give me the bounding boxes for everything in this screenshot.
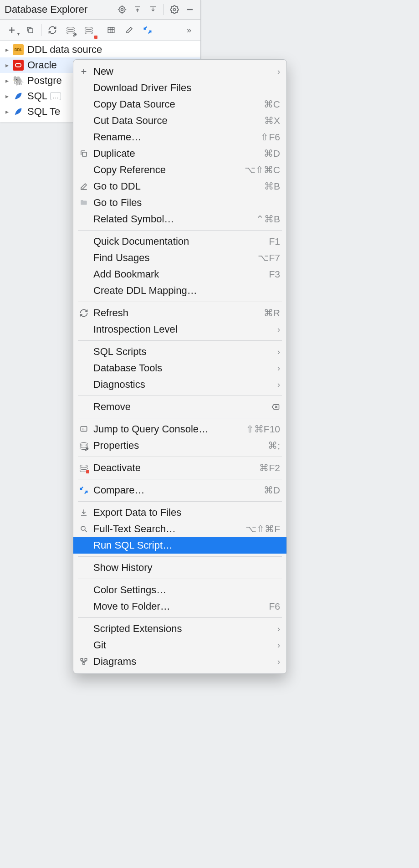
svg-rect-14 (29, 29, 33, 33)
target-icon[interactable] (114, 2, 130, 17)
chevron-right-icon: › (277, 67, 280, 77)
menu-separator (78, 556, 282, 557)
db-stop-icon[interactable] (80, 21, 98, 39)
menu-item-label: Deactivate (93, 462, 255, 474)
menu-item-go-to-files[interactable]: Go to Files (73, 195, 286, 211)
panel-header: Database Explorer (0, 0, 200, 20)
db-wrench-icon[interactable] (61, 21, 80, 39)
menu-item-create-ddl-mapping[interactable]: Create DDL Mapping… (73, 282, 286, 299)
menu-item-diagrams[interactable]: Diagrams› (73, 653, 286, 670)
menu-item-remove[interactable]: Remove (73, 399, 286, 415)
blank-icon (78, 285, 90, 297)
menu-item-scripted-extensions[interactable]: Scripted Extensions› (73, 621, 286, 637)
panel-title: Database Explorer (5, 4, 114, 15)
menu-item-shortcut: ⌘C (264, 99, 280, 110)
menu-item-shortcut: ⌘D (264, 148, 280, 159)
menu-item-label: Show History (93, 562, 280, 574)
menu-item-git[interactable]: Git› (73, 637, 286, 653)
chevron-right-icon[interactable]: ▸ (4, 62, 10, 69)
gear-icon[interactable] (167, 2, 182, 17)
menu-separator (78, 579, 282, 579)
add-datasource-icon[interactable]: ▾ (3, 21, 21, 39)
collapse-all-icon[interactable] (145, 2, 161, 17)
menu-item-label: Color Settings… (93, 584, 280, 596)
chevron-right-icon: › (277, 364, 280, 373)
menu-item-database-tools[interactable]: Database Tools› (73, 360, 286, 376)
menu-item-properties[interactable]: Properties⌘; (73, 437, 286, 454)
menu-item-refresh[interactable]: Refresh⌘R (73, 305, 286, 321)
menu-item-new[interactable]: New› (73, 63, 286, 80)
svg-rect-22 (82, 152, 87, 156)
blank-icon (78, 562, 90, 574)
chevron-right-icon[interactable]: ▸ (4, 77, 10, 84)
chevron-right-icon[interactable]: ▸ (4, 46, 10, 53)
menu-item-shortcut: F6 (269, 601, 280, 612)
menu-item-diagnostics[interactable]: Diagnostics› (73, 376, 286, 393)
diagram-icon (78, 656, 90, 668)
menu-item-label: Create DDL Mapping… (93, 285, 280, 297)
minimize-icon[interactable] (182, 2, 198, 17)
blank-icon (78, 324, 90, 335)
menu-item-full-text-search[interactable]: Full-Text Search…⌥⇧⌘F (73, 521, 286, 537)
menu-item-label: SQL Scripts (93, 346, 277, 358)
menu-item-shortcut: ⌘D (264, 485, 280, 496)
chevron-right-icon[interactable]: ▸ (4, 92, 10, 100)
menu-item-label: Diagnostics (93, 379, 277, 390)
menu-item-label: Rename… (93, 131, 256, 143)
refresh-icon[interactable] (43, 21, 61, 39)
menu-item-shortcut: ⌥F7 (258, 252, 280, 263)
menu-item-compare[interactable]: Compare…⌘D (73, 482, 286, 498)
menu-item-find-usages[interactable]: Find Usages⌥F7 (73, 250, 286, 266)
chevron-right-icon: › (277, 641, 280, 650)
blank-icon (78, 584, 90, 596)
menu-item-shortcut: ⌥⇧⌘F (245, 524, 280, 534)
blank-icon (78, 98, 90, 110)
pencil-icon (78, 180, 90, 192)
menu-item-introspection-level[interactable]: Introspection Level› (73, 321, 286, 338)
blank-icon (78, 213, 90, 225)
menu-item-download-driver-files[interactable]: Download Driver Files (73, 80, 286, 96)
menu-item-shortcut: ⌥⇧⌘C (245, 164, 280, 175)
more-actions-icon[interactable]: » (179, 21, 198, 39)
menu-item-shortcut: ⇧F6 (261, 132, 280, 143)
tree-label: Oracle (27, 59, 57, 71)
menu-item-label: Full-Text Search… (93, 523, 241, 535)
table-icon[interactable] (102, 21, 120, 39)
menu-item-label: Compare… (93, 484, 259, 496)
menu-item-duplicate[interactable]: Duplicate⌘D (73, 145, 286, 162)
dbwrench-icon (78, 440, 90, 452)
menu-item-show-history[interactable]: Show History (73, 560, 286, 576)
menu-item-run-sql-script[interactable]: Run SQL Script… (73, 537, 286, 554)
menu-item-jump-to-query-console[interactable]: QLJump to Query Console…⇧⌘F10 (73, 421, 286, 437)
menu-item-copy-reference[interactable]: Copy Reference⌥⇧⌘C (73, 162, 286, 178)
menu-item-shortcut: ⌘B (264, 181, 280, 192)
menu-separator (78, 501, 282, 502)
menu-item-color-settings[interactable]: Color Settings… (73, 582, 286, 598)
menu-item-quick-documentation[interactable]: Quick DocumentationF1 (73, 233, 286, 250)
menu-item-move-to-folder[interactable]: Move to Folder…F6 (73, 598, 286, 615)
menu-item-related-symbol[interactable]: Related Symbol…⌃⌘B (73, 211, 286, 227)
menu-item-add-bookmark[interactable]: Add BookmarkF3 (73, 266, 286, 282)
menu-item-export-data-to-files[interactable]: Export Data to Files (73, 504, 286, 521)
menu-item-copy-data-source[interactable]: Copy Data Source⌘C (73, 96, 286, 113)
menu-item-rename[interactable]: Rename…⇧F6 (73, 129, 286, 145)
menu-separator (78, 395, 282, 396)
compare-arrows-icon[interactable] (138, 21, 157, 39)
menu-item-go-to-ddl[interactable]: Go to DDL⌘B (73, 178, 286, 195)
menu-separator (78, 617, 282, 618)
duplicate-icon[interactable] (21, 21, 39, 39)
pencil-icon[interactable] (120, 21, 138, 39)
menu-item-sql-scripts[interactable]: SQL Scripts› (73, 344, 286, 360)
plus-icon (78, 66, 90, 77)
menu-item-label: Go to DDL (93, 180, 260, 192)
menu-item-label: Git (93, 639, 277, 651)
blank-icon (78, 164, 90, 176)
chevron-right-icon[interactable]: ▸ (4, 108, 10, 115)
svg-point-0 (119, 6, 125, 12)
tree-item-ddl[interactable]: ▸ DDL DDL data source (0, 42, 200, 57)
menu-item-label: Jump to Query Console… (93, 423, 241, 435)
menu-item-cut-data-source[interactable]: Cut Data Source⌘X (73, 113, 286, 129)
menu-item-deactivate[interactable]: Deactivate⌘F2 (73, 460, 286, 476)
chevron-right-icon: › (277, 347, 280, 357)
expand-all-icon[interactable] (130, 2, 145, 17)
